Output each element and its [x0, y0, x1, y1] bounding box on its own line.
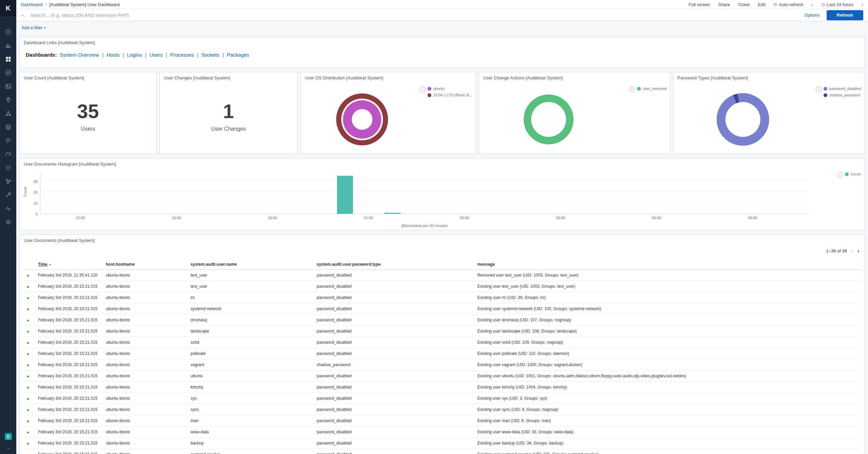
- cell-password-type: password_disabled: [314, 404, 475, 415]
- dashboard-link-logins[interactable]: Logins: [127, 52, 142, 58]
- table-row: ▶February 3rd 2019, 20:15:21.015ubuntu-b…: [24, 427, 861, 438]
- time-forward-button[interactable]: ›: [862, 2, 863, 7]
- expand-row-button[interactable]: ▶: [26, 442, 30, 445]
- expand-row-button[interactable]: ▶: [26, 363, 30, 367]
- time-range-picker[interactable]: ◷ Last 24 hours: [821, 2, 853, 7]
- histogram-bar[interactable]: [337, 176, 353, 214]
- clone-button[interactable]: Clone: [738, 2, 750, 7]
- add-filter-link[interactable]: Add a filter +: [21, 25, 46, 30]
- sidebar-item-dev-tools[interactable]: [3, 191, 13, 199]
- y-tick-label: 10: [34, 201, 38, 205]
- expand-row-button[interactable]: ▶: [26, 397, 30, 400]
- breadcrumb-dashboard-link[interactable]: Dashboard: [21, 2, 43, 7]
- sidebar-item-discover[interactable]: [3, 28, 13, 36]
- expand-row-button[interactable]: ▶: [26, 352, 30, 356]
- sidebar-item-monitoring[interactable]: [3, 204, 13, 212]
- time-back-button[interactable]: ‹: [811, 2, 813, 7]
- x-tick-label: 06:00: [652, 216, 662, 220]
- legend-toggle-icon[interactable]: «: [816, 87, 822, 92]
- legend-toggle-icon[interactable]: «: [629, 87, 635, 92]
- legend-item[interactable]: shadow_password: [824, 93, 861, 97]
- legend-toggle-icon[interactable]: «: [420, 87, 426, 92]
- legend-label: Count: [851, 172, 861, 176]
- top-actions: Full screen Share Clone Edit ↻ Auto-refr…: [689, 2, 863, 7]
- sidebar-item-maps[interactable]: [3, 96, 13, 104]
- sidebar-item-canvas[interactable]: [3, 82, 13, 90]
- expand-row-button[interactable]: ▶: [26, 319, 30, 322]
- expand-row-button[interactable]: ▶: [26, 307, 30, 311]
- next-page-button[interactable]: ›: [857, 248, 859, 254]
- cell-time: February 3rd 2019, 20:15:21.015: [35, 315, 103, 326]
- column-header-message[interactable]: message: [475, 259, 861, 270]
- user-os-donut-chart[interactable]: [336, 94, 388, 146]
- full-screen-button[interactable]: Full screen: [689, 2, 710, 7]
- table-row: ▶February 3rd 2019, 20:15:21.015ubuntu-b…: [24, 348, 861, 359]
- legend-item[interactable]: 18.04.1 LTS (Bionic B...: [428, 93, 472, 97]
- previous-page-button[interactable]: ‹: [851, 248, 853, 254]
- expand-nav-icon[interactable]: →: [6, 445, 11, 451]
- cell-host-hostname: ubuntu-bionic: [103, 292, 188, 303]
- options-link[interactable]: Options: [805, 13, 820, 18]
- sidebar-item-graph[interactable]: [3, 177, 13, 185]
- table-row: ▶February 3rd 2019, 20:15:21.015ubuntu-b…: [24, 415, 861, 427]
- auto-refresh-button[interactable]: ↻ Auto-refresh: [773, 2, 803, 7]
- edit-button[interactable]: Edit: [758, 2, 765, 7]
- expand-row-button[interactable]: ▶: [26, 274, 30, 277]
- sidebar-item-dashboard[interactable]: [3, 55, 13, 63]
- expand-row-button[interactable]: ▶: [26, 419, 30, 423]
- password-types-donut-chart[interactable]: [717, 93, 769, 146]
- cell-host-hostname: ubuntu-bionic: [103, 382, 188, 393]
- kibana-logo[interactable]: K: [0, 0, 16, 16]
- legend-item[interactable]: password_disabled: [824, 87, 861, 91]
- sidebar-item-visualize[interactable]: [3, 41, 13, 50]
- donut-ring: [343, 100, 381, 139]
- legend-toggle-icon[interactable]: «: [837, 172, 843, 178]
- legend-dot-icon: [824, 87, 827, 91]
- sidebar-item-machine-learning[interactable]: [3, 109, 13, 117]
- kibana-dashboard-app: { "icons": { "logo": "K", "clock": "◷", …: [0, 0, 868, 454]
- column-header-time[interactable]: Time▼: [35, 259, 103, 270]
- sidebar-item-logs[interactable]: [3, 136, 13, 145]
- column-header-system-audit-user-password-type[interactable]: system.audit.user.password.type: [314, 259, 475, 270]
- share-button[interactable]: Share: [718, 2, 730, 7]
- cell-message: Existing user landscape (UID: 108, Group…: [475, 326, 861, 337]
- search-input[interactable]: [31, 13, 801, 18]
- refresh-button[interactable]: Refresh: [827, 10, 863, 20]
- legend-item[interactable]: Count: [845, 172, 861, 176]
- column-header-host-hostname[interactable]: host.hostname: [103, 259, 188, 270]
- canvas-icon: [5, 83, 12, 90]
- histogram-bar[interactable]: [384, 213, 400, 214]
- dashboard-link-system-overview[interactable]: System Overview: [60, 52, 99, 58]
- column-header-system-audit-user-name[interactable]: system.audit.user.name: [188, 259, 314, 270]
- dashboard-link-packages[interactable]: Packages: [227, 52, 249, 58]
- expand-cell: ▶: [24, 449, 35, 454]
- cell-user-name: sync: [188, 404, 314, 415]
- dashboard-link-hosts[interactable]: Hosts: [106, 52, 119, 58]
- expand-row-button[interactable]: ▶: [26, 296, 30, 300]
- expand-row-button[interactable]: ▶: [26, 408, 30, 412]
- expand-row-button[interactable]: ▶: [26, 431, 30, 434]
- dashboard-link-sockets[interactable]: Sockets: [201, 52, 219, 58]
- expand-row-button[interactable]: ▶: [26, 330, 30, 333]
- expand-row-button[interactable]: ▶: [26, 386, 30, 389]
- apm-icon: [5, 151, 12, 157]
- dashboard-link-processes[interactable]: Processes: [170, 52, 194, 58]
- legend-item[interactable]: user_removed: [637, 87, 667, 91]
- dashboard-link-users[interactable]: Users: [150, 52, 163, 58]
- expand-row-button[interactable]: ▶: [26, 375, 30, 378]
- cell-user-name: www-data: [188, 427, 314, 438]
- legend-item[interactable]: ubuntu: [428, 87, 472, 91]
- sidebar-item-management[interactable]: [3, 218, 13, 226]
- expand-row-button[interactable]: ▶: [26, 285, 30, 288]
- sidebar-item-infrastructure[interactable]: [3, 123, 13, 131]
- cell-user-name: test_user: [188, 270, 314, 281]
- user-change-actions-donut-chart[interactable]: [524, 95, 573, 145]
- spaces-badge[interactable]: D: [5, 433, 12, 440]
- sidebar-item-apm[interactable]: [3, 150, 13, 158]
- table-row: ▶February 3rd 2019, 20:15:21.015ubuntu-b…: [24, 303, 861, 315]
- table-row: ▶February 3rd 2019, 20:15:21.015ubuntu-b…: [24, 393, 861, 404]
- expand-row-button[interactable]: ▶: [26, 341, 30, 344]
- sidebar-item-timelion[interactable]: [3, 69, 13, 77]
- sidebar-item-uptime[interactable]: [3, 164, 13, 172]
- cell-host-hostname: ubuntu-bionic: [103, 326, 188, 337]
